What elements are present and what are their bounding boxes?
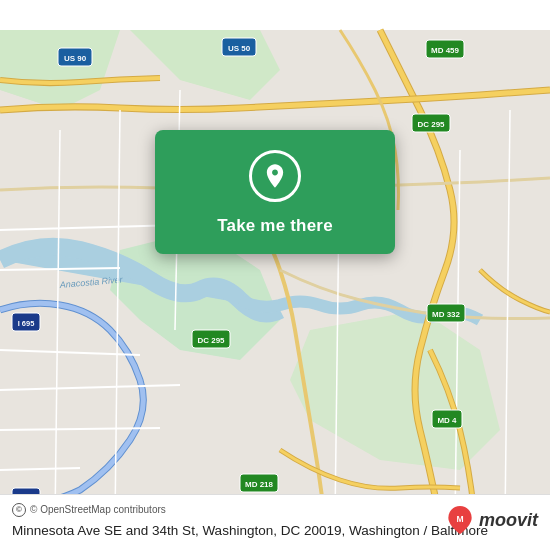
svg-text:MD 4: MD 4 bbox=[437, 416, 457, 425]
osm-logo: © bbox=[12, 503, 26, 517]
moovit-logo: M moovit bbox=[446, 506, 538, 534]
take-me-there-button[interactable]: Take me there bbox=[217, 216, 333, 236]
svg-text:DC 295: DC 295 bbox=[417, 120, 445, 129]
moovit-pin-icon: M bbox=[446, 506, 474, 534]
svg-text:M: M bbox=[456, 514, 463, 524]
moovit-brand-text: moovit bbox=[479, 510, 538, 531]
osm-credit-text: © OpenStreetMap contributors bbox=[30, 504, 166, 515]
location-card: Take me there bbox=[155, 130, 395, 254]
svg-text:US 90: US 90 bbox=[64, 54, 87, 63]
location-pin-icon bbox=[261, 162, 289, 190]
address-text: Minnesota Ave SE and 34th St, Washington… bbox=[12, 523, 488, 538]
svg-text:DC 295: DC 295 bbox=[197, 336, 225, 345]
svg-text:MD 332: MD 332 bbox=[432, 310, 461, 319]
svg-text:MD 459: MD 459 bbox=[431, 46, 460, 55]
map-container: Anacostia River bbox=[0, 0, 550, 550]
svg-text:US 50: US 50 bbox=[228, 44, 251, 53]
svg-text:I 695: I 695 bbox=[18, 319, 35, 328]
pin-icon-container bbox=[249, 150, 301, 202]
svg-text:MD 218: MD 218 bbox=[245, 480, 274, 489]
